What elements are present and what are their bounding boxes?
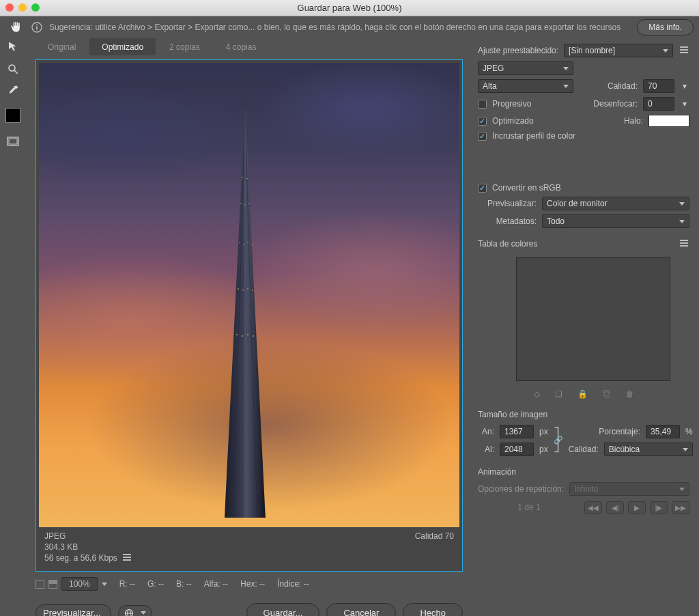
eyedropper-tool-icon[interactable] [4, 83, 22, 98]
svg-point-9 [240, 203, 242, 204]
prev-frame-button[interactable]: ◀| [606, 501, 624, 514]
embed-profile-label: Incrustar perfil de color [492, 131, 575, 141]
more-info-button[interactable]: Más info. [637, 19, 694, 36]
ct-trash-icon[interactable]: 🗑 [626, 389, 634, 399]
status-alpha: Alfa: -- [204, 579, 228, 589]
meta-flyout-icon[interactable] [122, 554, 132, 562]
first-frame-button[interactable]: ◀◀ [584, 501, 602, 514]
hand-tool-icon[interactable] [9, 20, 23, 34]
convert-srgb-checkbox[interactable] [478, 184, 487, 193]
maximize-icon[interactable] [31, 3, 40, 12]
percent-input[interactable]: 35,49 [646, 425, 680, 438]
svg-point-17 [242, 289, 244, 290]
px-label: px [539, 427, 548, 436]
progressive-checkbox[interactable] [478, 100, 487, 109]
color-table[interactable] [516, 257, 670, 381]
colortable-flyout-icon[interactable] [679, 240, 689, 248]
ct-cube-icon[interactable]: ❑ [555, 389, 562, 399]
show-slices-icon[interactable] [48, 580, 57, 589]
chevron-down-icon[interactable]: ▾ [680, 99, 689, 109]
convert-srgb-label: Convertir en sRGB [492, 183, 561, 193]
zoom-value[interactable]: 100% [61, 577, 98, 591]
svg-point-14 [247, 242, 248, 243]
svg-point-7 [242, 176, 243, 178]
close-icon[interactable] [5, 3, 14, 12]
preset-label: Ajuste preestablecido: [478, 46, 558, 55]
pointer-tool-icon[interactable] [4, 40, 22, 55]
previsualize-button[interactable]: Previsualizar... [35, 604, 111, 616]
settings-panel: Ajuste preestablecido: [Sin nombre] JPEG… [475, 38, 699, 616]
metadata-dropdown[interactable]: Todo [542, 214, 689, 228]
svg-point-20 [236, 334, 238, 335]
preview-mode-dropdown[interactable]: Color de monitor [542, 197, 689, 210]
preview-meta: JPEG 304,3 KB 56 seg. a 56,6 Kbps Calida… [39, 527, 459, 568]
halo-color-swatch[interactable] [648, 115, 689, 127]
imagesize-title: Tamaño de imagen [478, 410, 689, 419]
preset-flyout-icon[interactable] [679, 46, 689, 55]
quality-input[interactable]: 70 [643, 79, 674, 93]
window-title: Guardar para Web (100%) [298, 3, 402, 13]
blur-label: Desenfocar: [593, 99, 638, 109]
save-button[interactable]: Guardar... [246, 603, 320, 616]
frame-indicator: 1 de 1 [478, 503, 580, 512]
previsualize-label: Previsualizar... [43, 608, 101, 616]
chevron-down-icon[interactable] [102, 583, 107, 586]
height-input[interactable]: 2048 [500, 443, 534, 456]
chevron-down-icon[interactable]: ▾ [680, 81, 689, 91]
resample-dropdown[interactable]: Bicúbica [604, 443, 693, 456]
blur-input[interactable]: 0 [643, 97, 674, 111]
meta-quality: Calidad 70 [415, 531, 454, 563]
browser-preview-button[interactable] [118, 605, 152, 617]
width-input[interactable]: 1367 [500, 425, 534, 438]
ct-lock-icon[interactable]: 🔒 [577, 389, 588, 399]
svg-point-1 [36, 25, 38, 26]
percent-unit: % [685, 427, 693, 436]
tab-four-up[interactable]: 4 copias [214, 38, 269, 55]
minimize-icon[interactable] [18, 3, 27, 12]
ct-diamond-icon[interactable]: ◇ [534, 389, 540, 399]
svg-point-18 [247, 288, 248, 290]
resample-label: Calidad: [569, 445, 599, 454]
preview-mode-label: Previsualizar: [478, 199, 537, 208]
foreground-color-swatch[interactable] [5, 108, 20, 123]
link-dimensions-icon[interactable]: ⎤🔗⎦ [554, 425, 563, 455]
format-dropdown[interactable]: JPEG [478, 61, 573, 75]
window-controls [5, 3, 40, 12]
next-frame-button[interactable]: |▶ [650, 501, 668, 514]
quality-mode-dropdown[interactable]: Alta [478, 79, 573, 93]
tab-original[interactable]: Original [35, 38, 88, 55]
metadata-label: Metadatos: [478, 216, 537, 226]
svg-point-13 [243, 243, 244, 244]
cancel-button[interactable]: Cancelar [326, 603, 396, 616]
tower-graphic [204, 72, 286, 518]
status-r: R: -- [119, 579, 135, 589]
status-hex: Hex: -- [240, 579, 265, 589]
hide-slices-icon[interactable] [35, 580, 44, 589]
hint-bar: Sugerencia: utilice Archivo > Exportar >… [0, 16, 699, 38]
loop-dropdown: Infinito [569, 482, 689, 496]
svg-point-19 [252, 289, 253, 290]
colortable-title: Tabla de colores [478, 239, 537, 249]
zoom-tool-icon[interactable] [4, 61, 22, 76]
embed-profile-checkbox[interactable] [478, 132, 487, 141]
svg-point-8 [246, 178, 248, 179]
tab-optimized[interactable]: Optimizado [89, 38, 156, 55]
preset-dropdown[interactable]: [Sin nombre] [564, 44, 673, 57]
halo-label: Halo: [624, 116, 643, 126]
svg-rect-6 [9, 139, 17, 144]
svg-rect-2 [36, 27, 38, 30]
tab-two-up[interactable]: 2 copias [157, 38, 212, 55]
tool-strip [0, 38, 26, 616]
bottom-bar: Previsualizar... Guardar... Cancelar Hec… [26, 596, 472, 616]
done-button[interactable]: Hecho [403, 603, 463, 616]
content-area: Original Optimizado 2 copias 4 copias [26, 38, 475, 616]
status-g: G: -- [147, 579, 164, 589]
play-button[interactable]: ▶ [628, 501, 646, 514]
ct-new-icon[interactable]: ⿻ [603, 389, 611, 399]
preview-image[interactable] [39, 63, 459, 527]
last-frame-button[interactable]: ▶▶ [672, 501, 689, 514]
meta-size: 304,3 KB [44, 542, 132, 552]
slice-visibility-icon[interactable] [4, 134, 22, 149]
svg-line-4 [14, 70, 18, 74]
optimized-checkbox[interactable] [478, 117, 487, 126]
